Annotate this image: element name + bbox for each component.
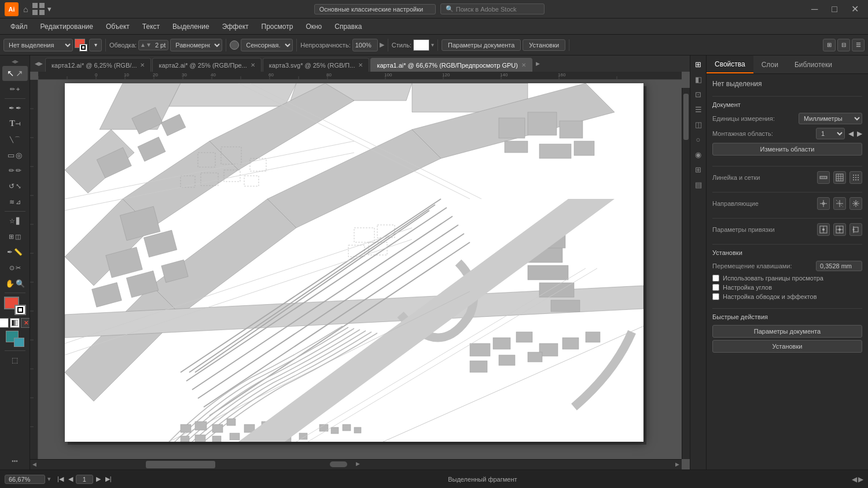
- brush-tool[interactable]: ✏ ✏: [2, 163, 28, 178]
- menu-text[interactable]: Текст: [137, 21, 165, 32]
- text-tool[interactable]: T T: [2, 116, 28, 131]
- minimize-button[interactable]: ─: [807, 2, 822, 17]
- warp-tool[interactable]: ≋ ⊿: [2, 194, 28, 209]
- rotate-tool[interactable]: ↺ ⤡: [2, 179, 28, 194]
- artboard[interactable]: [65, 83, 643, 442]
- menu-effect[interactable]: Эффект: [216, 21, 255, 32]
- next-page-nav[interactable]: ▶: [675, 461, 679, 467]
- tab-close-3[interactable]: ✕: [521, 62, 526, 68]
- artboard-next[interactable]: ▶: [857, 130, 862, 138]
- menu-file[interactable]: Файл: [5, 21, 34, 32]
- prev-page-btn[interactable]: ◀: [67, 475, 75, 483]
- tab-close-1[interactable]: ✕: [251, 62, 255, 68]
- tab-close-0[interactable]: ✕: [140, 62, 145, 68]
- lasso-tool[interactable]: ✏ ⌖: [2, 82, 28, 97]
- fill-dropdown-arrow[interactable]: ▾: [89, 39, 102, 51]
- doc-params-panel-btn[interactable]: Параметры документа: [712, 325, 862, 338]
- stroke-width-input[interactable]: ▲▼ 2 pt: [138, 40, 168, 50]
- snap-icon-3[interactable]: [849, 223, 862, 236]
- properties-icon[interactable]: ⊞: [692, 58, 705, 71]
- secondary-colors[interactable]: [6, 331, 24, 347]
- collapse-tabs-left[interactable]: ◀▶: [32, 61, 45, 66]
- more-icon[interactable]: ☰: [852, 39, 865, 51]
- menu-window[interactable]: Окно: [300, 21, 328, 32]
- grid-icon-btn[interactable]: [833, 171, 846, 184]
- align-icon[interactable]: ⊟: [837, 39, 850, 51]
- play-button[interactable]: ▶: [356, 461, 360, 467]
- view-bounds-checkbox[interactable]: [712, 275, 719, 282]
- selection-dropdown[interactable]: Нет выделения: [3, 39, 73, 51]
- more-tools-btn[interactable]: •••: [12, 457, 18, 467]
- align-icon[interactable]: ☰: [692, 103, 705, 116]
- arrange-icon[interactable]: ⊞: [823, 39, 836, 51]
- units-dropdown[interactable]: Миллиметры: [799, 113, 862, 124]
- opacity-input[interactable]: [352, 39, 378, 51]
- guide-clear-icon[interactable]: [849, 197, 862, 210]
- menu-view[interactable]: Просмотр: [256, 21, 299, 32]
- sensor-dropdown[interactable]: Сенсорная...: [241, 39, 293, 51]
- fill-stroke-widget[interactable]: [75, 39, 87, 51]
- mesh-tool[interactable]: ⊞ ◫: [2, 229, 28, 244]
- stock-search-box[interactable]: 🔍 Поиск в Adobe Stock: [440, 3, 545, 14]
- artboard-prev[interactable]: ◀: [848, 130, 854, 138]
- color-panel-icon[interactable]: ◉: [692, 148, 705, 161]
- status-arrows[interactable]: ◀ ▶: [852, 475, 863, 483]
- home-button[interactable]: ⌂: [23, 5, 28, 14]
- collapse-tabs-right[interactable]: ▶: [534, 61, 542, 66]
- stroke-color[interactable]: [14, 305, 26, 315]
- collapse-left-icon[interactable]: ◀▶: [10, 58, 20, 65]
- dotgrid-icon-btn[interactable]: [849, 171, 862, 184]
- close-button[interactable]: ✕: [847, 1, 863, 17]
- workspace-grid-icon[interactable]: [32, 3, 45, 16]
- first-page-btn[interactable]: |◀: [56, 475, 65, 483]
- tab-close-2[interactable]: ✕: [358, 62, 363, 68]
- stroke-effects-checkbox[interactable]: [712, 293, 719, 300]
- snap-icon-1[interactable]: [817, 223, 830, 236]
- none-color-btn[interactable]: ✕: [21, 318, 30, 328]
- rect-tool[interactable]: ▭ ◎: [2, 147, 28, 162]
- eyedropper-tool[interactable]: ✒ 📏: [2, 245, 28, 260]
- corners-checkbox[interactable]: [712, 284, 719, 291]
- menu-help[interactable]: Справка: [329, 21, 367, 32]
- gradient-color-btn[interactable]: [10, 318, 20, 328]
- pen-tool[interactable]: ✒ ✒: [2, 101, 28, 116]
- opacity-expand[interactable]: ▶: [380, 41, 384, 49]
- appearance-icon[interactable]: ◧: [692, 73, 705, 86]
- last-page-btn[interactable]: ▶|: [104, 475, 113, 483]
- solid-color-btn[interactable]: [0, 318, 9, 328]
- workspace-selector[interactable]: Основные классические настройки: [314, 4, 436, 14]
- canvas-container[interactable]: 0 10 20 30 40 60 80 100 120 140 160: [30, 72, 690, 469]
- artboard-tool[interactable]: ⬚: [2, 353, 28, 368]
- gradient-panel-icon[interactable]: ▤: [692, 178, 705, 191]
- tab-0[interactable]: карта12.ai* @ 6,25% (RGB/... ✕: [45, 58, 151, 72]
- setup-toolbar-btn[interactable]: Установки: [523, 39, 565, 51]
- transform-icon[interactable]: ⊡: [692, 88, 705, 101]
- select-tool[interactable]: ↖ ↗: [2, 66, 28, 81]
- next-page-btn[interactable]: ▶: [94, 475, 102, 483]
- symbol-tool[interactable]: ☆ ▋: [2, 213, 28, 228]
- key-move-input[interactable]: [816, 261, 862, 271]
- pathfinder-icon[interactable]: ◫: [692, 118, 705, 131]
- guide-show-icon[interactable]: [833, 197, 846, 210]
- left-scroll-arrow[interactable]: ◀: [852, 475, 857, 483]
- menu-select[interactable]: Выделение: [167, 21, 215, 32]
- swatches-icon[interactable]: ⊞: [692, 163, 705, 176]
- zoom-input[interactable]: [5, 475, 45, 484]
- zoom-dropdown-arrow[interactable]: ▾: [47, 475, 51, 483]
- artboard-dropdown[interactable]: 1: [816, 128, 845, 139]
- tab-1[interactable]: карта2.ai* @ 25% (RGB/Пре... ✕: [152, 58, 261, 72]
- maximize-button[interactable]: □: [827, 2, 842, 17]
- setup-panel-btn[interactable]: Установки: [712, 340, 862, 353]
- panel-tab-libraries[interactable]: Библиотеки: [786, 56, 840, 73]
- page-input[interactable]: [76, 475, 93, 484]
- scrollbar-vertical[interactable]: [682, 88, 690, 459]
- change-areas-btn[interactable]: Изменить области: [712, 143, 862, 156]
- line-tool[interactable]: ╲ ⌒: [2, 132, 28, 147]
- panel-tab-properties[interactable]: Свойства: [707, 56, 753, 73]
- style-dropdown-arrow[interactable]: ▾: [431, 42, 434, 48]
- doc-params-toolbar-btn[interactable]: Параметры документа: [442, 39, 521, 51]
- ruler-icon-btn[interactable]: [817, 171, 830, 184]
- scrollbar-vertical-thumb[interactable]: [683, 94, 689, 140]
- menu-edit[interactable]: Редактирование: [35, 21, 99, 32]
- blend-tool[interactable]: ⊙ ✂: [2, 260, 28, 275]
